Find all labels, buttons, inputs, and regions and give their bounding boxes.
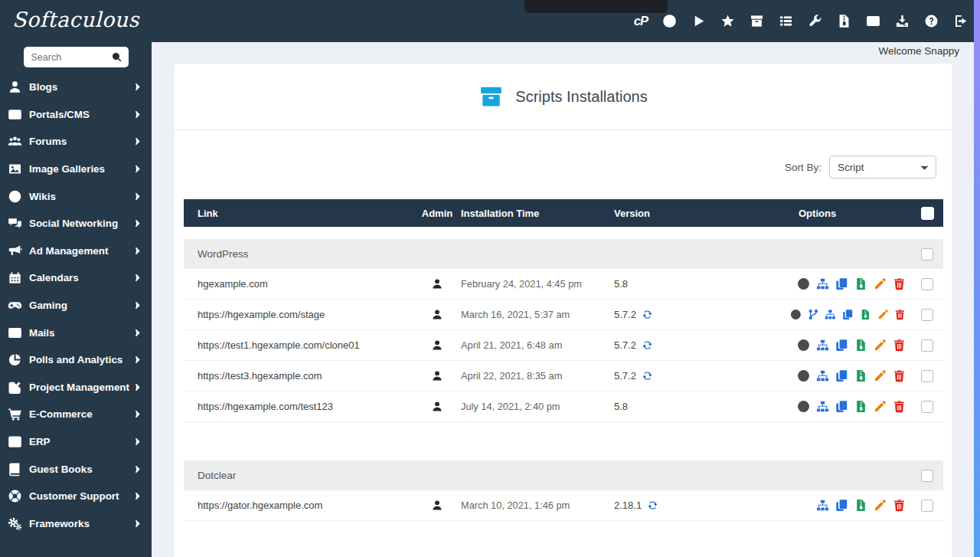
page-scrollbar[interactable] <box>974 0 980 557</box>
sidebar-item-image-galleries[interactable]: Image Galleries <box>0 156 152 183</box>
backup-icon[interactable] <box>854 400 867 413</box>
ratings-star-icon[interactable] <box>720 14 735 28</box>
edit-installation-icon[interactable] <box>874 369 887 382</box>
sidebar-item-frameworks[interactable]: Frameworks <box>0 510 152 538</box>
installation-link[interactable]: hgexample.com <box>198 278 268 290</box>
sidebar-item-social-networking[interactable]: Social Networking <box>0 210 152 238</box>
sidebar-item-gaming[interactable]: Gaming <box>0 292 152 319</box>
clone-icon[interactable] <box>825 308 836 321</box>
settings-wrench-icon[interactable] <box>808 14 822 28</box>
wordpress-admin-icon[interactable] <box>797 277 810 290</box>
sidebar-item-blogs[interactable]: Blogs <box>0 74 152 101</box>
sidebar-item-erp[interactable]: ERP <box>0 428 152 456</box>
cpanel-icon[interactable]: cP <box>634 14 648 28</box>
remove-installation-icon[interactable] <box>894 308 906 321</box>
sidebar-search[interactable] <box>24 47 129 67</box>
backup-icon[interactable] <box>854 499 867 512</box>
copy-installation-icon[interactable] <box>835 369 848 382</box>
remove-installation-icon[interactable] <box>893 339 906 352</box>
email-settings-icon[interactable] <box>866 14 880 28</box>
clone-icon[interactable] <box>816 277 829 290</box>
installation-link[interactable]: https://test3.hgexample.com <box>198 370 322 382</box>
group-select-checkbox[interactable] <box>921 470 933 482</box>
copy-installation-icon[interactable] <box>835 400 848 413</box>
remove-installation-icon[interactable] <box>893 369 906 382</box>
staging-branch-icon[interactable] <box>808 308 819 321</box>
sidebar-item-polls-and-analytics[interactable]: Polls and Analytics <box>0 346 152 374</box>
row-select-checkbox[interactable] <box>921 339 933 352</box>
update-available-icon[interactable] <box>642 370 653 382</box>
admin-login-icon[interactable] <box>431 339 443 352</box>
copy-installation-icon[interactable] <box>835 499 848 512</box>
import-download-icon[interactable] <box>895 14 910 28</box>
edit-installation-icon[interactable] <box>874 277 887 290</box>
all-scripts-list-icon[interactable] <box>779 14 793 28</box>
clone-icon[interactable] <box>816 400 829 413</box>
backup-icon[interactable] <box>854 277 867 290</box>
admin-login-icon[interactable] <box>431 499 443 512</box>
script-group-name: WordPress <box>184 248 911 260</box>
row-select-checkbox[interactable] <box>921 500 933 512</box>
clone-icon[interactable] <box>816 339 829 352</box>
admin-login-icon[interactable] <box>431 400 443 413</box>
backup-icon[interactable] <box>854 339 867 352</box>
update-available-icon[interactable] <box>642 339 653 351</box>
update-available-icon[interactable] <box>647 500 658 511</box>
row-select-checkbox[interactable] <box>921 309 933 321</box>
logout-icon[interactable] <box>953 14 968 28</box>
chevron-right-icon <box>133 274 142 282</box>
backup-icon[interactable] <box>860 308 871 321</box>
admin-login-icon[interactable] <box>431 277 443 290</box>
copy-installation-icon[interactable] <box>835 277 848 290</box>
sidebar-item-customer-support[interactable]: Customer Support <box>0 483 152 510</box>
edit-installation-icon[interactable] <box>874 499 887 512</box>
help-icon[interactable] <box>924 14 939 28</box>
backup-icon[interactable] <box>854 369 867 382</box>
sidebar-item-portals-cms[interactable]: Portals/CMS <box>0 101 152 129</box>
installation-link[interactable]: https://hgexample.com/stage <box>198 309 325 320</box>
remove-installation-icon[interactable] <box>893 277 906 290</box>
wordpress-admin-icon[interactable] <box>797 369 810 382</box>
admin-login-icon[interactable] <box>431 308 443 321</box>
clone-icon[interactable] <box>816 499 829 512</box>
backups-file-icon[interactable] <box>837 14 851 28</box>
remove-installation-icon[interactable] <box>893 400 906 413</box>
sort-row: Sort By: Script <box>174 156 952 179</box>
installations-box-icon[interactable] <box>750 14 764 28</box>
wordpress-admin-icon[interactable] <box>790 308 802 321</box>
row-select-checkbox[interactable] <box>921 278 933 290</box>
wordpress-admin-icon[interactable] <box>797 400 810 413</box>
copy-installation-icon[interactable] <box>835 339 848 352</box>
remove-installation-icon[interactable] <box>893 499 906 512</box>
sidebar-item-calendars[interactable]: Calendars <box>0 264 152 292</box>
sidebar-item-mails[interactable]: Mails <box>0 319 152 346</box>
admin-login-icon[interactable] <box>431 369 443 382</box>
wordpress-admin-icon[interactable] <box>797 339 810 352</box>
edit-installation-icon[interactable] <box>874 400 887 413</box>
row-select-checkbox[interactable] <box>921 370 933 382</box>
search-icon[interactable] <box>111 51 122 63</box>
group-select-checkbox[interactable] <box>921 248 933 260</box>
wordpress-icon[interactable] <box>662 14 677 28</box>
update-available-icon[interactable] <box>642 309 653 320</box>
edit-installation-icon[interactable] <box>874 339 887 352</box>
installation-link[interactable]: https://test1.hgexample.com/clone01 <box>198 339 360 351</box>
sidebar-item-ad-management[interactable]: Ad Management <box>0 238 152 265</box>
sidebar-item-project-management[interactable]: Project Management <box>0 374 152 401</box>
installation-link[interactable]: https://gator.hgexample.com <box>198 500 322 511</box>
search-input[interactable] <box>31 52 111 63</box>
clone-icon[interactable] <box>816 369 829 382</box>
sidebar-item-e-commerce[interactable]: E-Commerce <box>0 401 152 428</box>
sidebar-item-guest-books[interactable]: Guest Books <box>0 455 152 483</box>
demos-play-icon[interactable] <box>691 14 706 28</box>
sort-select[interactable]: Script <box>830 156 936 178</box>
select-all-checkbox[interactable] <box>921 207 934 220</box>
sidebar-item-forums[interactable]: Forums <box>0 128 152 156</box>
installation-link[interactable]: https://hgexample.com/test123 <box>198 401 333 412</box>
row-select-checkbox[interactable] <box>921 401 933 413</box>
edit-installation-icon[interactable] <box>877 308 889 321</box>
copy-installation-icon[interactable] <box>842 308 854 321</box>
admin-cell <box>413 339 461 352</box>
column-header-version: Version <box>614 208 790 219</box>
sidebar-item-wikis[interactable]: Wikis <box>0 182 152 210</box>
